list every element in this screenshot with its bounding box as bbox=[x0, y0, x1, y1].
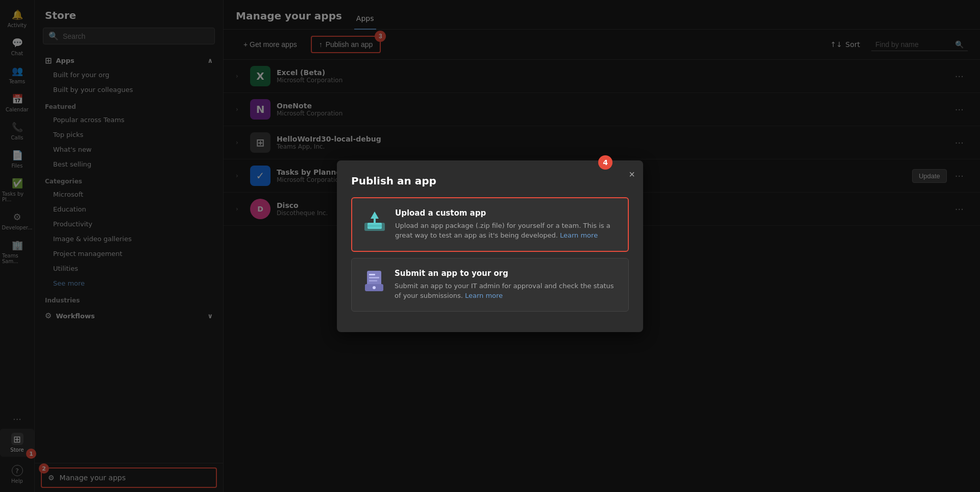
upload-option-text: Upload a custom app Upload an app packag… bbox=[395, 208, 618, 241]
svg-rect-7 bbox=[369, 280, 377, 282]
publish-app-modal: 4 Publish an app × Upload a custom app U… bbox=[337, 160, 643, 332]
upload-option-icon bbox=[362, 208, 387, 233]
upload-custom-app-option[interactable]: Upload a custom app Upload an app packag… bbox=[351, 197, 629, 252]
submit-app-option[interactable]: Submit an app to your org Submit an app … bbox=[351, 258, 629, 312]
svg-rect-6 bbox=[369, 277, 379, 278]
modal-overlay[interactable]: 4 Publish an app × Upload a custom app U… bbox=[0, 0, 980, 492]
upload-learn-more-link[interactable]: Learn more bbox=[560, 231, 598, 239]
svg-marker-2 bbox=[371, 212, 379, 224]
svg-rect-5 bbox=[369, 274, 375, 275]
submit-option-title: Submit an app to your org bbox=[395, 269, 618, 278]
upload-option-desc: Upload an app package (.zip file) for yo… bbox=[395, 221, 618, 241]
submit-option-desc: Submit an app to your IT admin for appro… bbox=[395, 281, 618, 301]
submit-option-icon bbox=[362, 269, 386, 293]
upload-option-title: Upload a custom app bbox=[395, 208, 618, 218]
modal-title: Publish an app bbox=[351, 175, 629, 187]
svg-point-9 bbox=[373, 286, 376, 289]
modal-close-button[interactable]: × bbox=[629, 169, 635, 180]
submit-learn-more-link[interactable]: Learn more bbox=[465, 292, 503, 299]
badge-4: 4 bbox=[598, 155, 612, 170]
svg-rect-3 bbox=[368, 225, 382, 227]
submit-option-text: Submit an app to your org Submit an app … bbox=[395, 269, 618, 301]
